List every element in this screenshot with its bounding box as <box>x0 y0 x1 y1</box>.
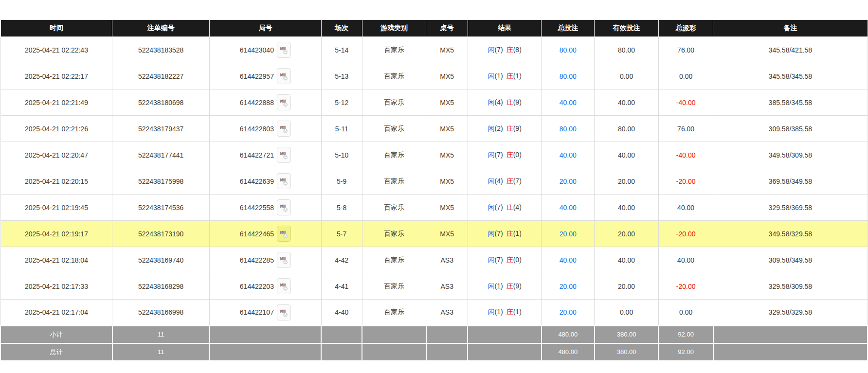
bet-records-page: 时间注单编号局号场次游戏类别桌号结果总投注有效投注总派彩备注 2025-04-2… <box>0 0 868 361</box>
result-player-label: 闲 <box>488 177 495 185</box>
video-replay-icon <box>279 176 289 186</box>
column-header-bet-id: 注单编号 <box>112 20 210 37</box>
valid-bet-cell: 40.00 <box>595 89 659 116</box>
column-header-table-no: 桌号 <box>426 20 468 37</box>
table-row[interactable]: 2025-04-21 02:21:26 522438179437 6144228… <box>0 116 868 142</box>
column-header-result: 结果 <box>468 20 541 37</box>
result-player-label: 闲 <box>488 124 495 132</box>
result-cell: 闲(4)庄(9) <box>468 89 541 116</box>
video-replay-icon <box>279 150 289 160</box>
summary-valid-bet-cell: 380.00 <box>595 326 659 343</box>
total-payout-cell: 0.00 <box>658 300 713 326</box>
total-bet-cell: 20.00 <box>542 273 595 300</box>
round-no-cell: 614422803 <box>209 116 321 142</box>
table-row[interactable]: 2025-04-21 02:17:33 522438168298 6144222… <box>0 273 868 300</box>
game-type-cell: 百家乐 <box>362 273 426 300</box>
video-replay-button[interactable] <box>277 94 291 110</box>
table-summary: 小计 11 480.00 380.00 92.00 总计 11 480.00 3… <box>0 326 868 361</box>
summary-label-cell: 总计 <box>0 343 112 361</box>
result-player-label: 闲 <box>488 230 495 237</box>
valid-bet-cell: 40.00 <box>595 247 659 273</box>
result-player-score: (4) <box>495 177 503 185</box>
video-replay-button[interactable] <box>277 68 291 84</box>
result-banker-score: (9) <box>513 98 522 106</box>
result-player-score: (1) <box>495 282 503 290</box>
table-no-cell: AS3 <box>426 273 468 300</box>
summary-empty-cell <box>321 343 362 361</box>
summary-empty-cell <box>426 343 468 361</box>
result-cell: 闲(7)庄(0) <box>468 142 541 168</box>
table-no-cell: AS3 <box>426 247 468 273</box>
result-player-label: 闲 <box>488 308 495 316</box>
game-type-cell: 百家乐 <box>362 116 426 142</box>
remark-cell: 329.58/369.58 <box>713 195 868 221</box>
summary-total-payout-cell: 92.00 <box>658 343 713 361</box>
result-player-score: (2) <box>495 124 503 132</box>
time-cell: 2025-04-21 02:20:47 <box>0 142 112 168</box>
session-cell: 5-10 <box>321 142 362 168</box>
result-player-score: (7) <box>495 203 503 211</box>
total-bet-cell: 20.00 <box>542 300 595 326</box>
bet-id-cell: 522438182227 <box>112 63 210 89</box>
total-bet-cell: 40.00 <box>542 142 595 168</box>
session-cell: 4-40 <box>321 300 362 326</box>
result-cell: 闲(1)庄(9) <box>468 273 541 300</box>
session-cell: 5-12 <box>321 89 362 116</box>
result-player-label: 闲 <box>488 151 495 159</box>
round-no-cell: 614423040 <box>209 37 321 63</box>
table-no-cell: MX5 <box>426 195 468 221</box>
summary-total-payout-cell: 92.00 <box>658 326 713 343</box>
round-no-cell: 614422285 <box>209 247 321 273</box>
table-row[interactable]: 2025-04-21 02:22:17 522438182227 6144229… <box>0 63 868 89</box>
video-replay-button[interactable] <box>277 121 291 137</box>
video-replay-button[interactable] <box>277 226 291 242</box>
video-replay-button[interactable] <box>277 199 291 215</box>
bet-id-cell: 522438180698 <box>112 89 210 116</box>
result-banker-score: (1) <box>513 72 522 80</box>
table-row[interactable]: 2025-04-21 02:20:15 522438175998 6144226… <box>0 168 868 195</box>
video-replay-button[interactable] <box>277 42 291 58</box>
valid-bet-cell: 20.00 <box>595 273 659 300</box>
total-payout-cell: 0.00 <box>658 63 713 89</box>
bet-id-cell: 522438183528 <box>112 37 210 63</box>
game-type-cell: 百家乐 <box>362 247 426 273</box>
table-row[interactable]: 2025-04-21 02:20:47 522438177441 6144227… <box>0 142 868 168</box>
table-row[interactable]: 2025-04-21 02:17:04 522438166998 6144221… <box>0 300 868 326</box>
video-replay-button[interactable] <box>277 173 291 189</box>
result-player-label: 闲 <box>488 72 495 80</box>
video-replay-icon <box>279 97 289 107</box>
bet-id-cell: 522438177441 <box>112 142 210 168</box>
round-no-cell: 614422721 <box>209 142 321 168</box>
total-payout-cell: 40.00 <box>658 247 713 273</box>
column-header-valid-bet: 有效投注 <box>595 20 659 37</box>
video-replay-button[interactable] <box>277 147 291 163</box>
valid-bet-cell: 20.00 <box>595 221 659 247</box>
table-no-cell: MX5 <box>426 63 468 89</box>
table-row[interactable]: 2025-04-21 02:22:43 522438183528 6144230… <box>0 37 868 63</box>
video-replay-button[interactable] <box>277 252 291 268</box>
result-banker-label: 庄 <box>506 230 513 237</box>
total-bet-cell: 40.00 <box>542 89 595 116</box>
session-cell: 5-7 <box>321 221 362 247</box>
result-cell: 闲(7)庄(4) <box>468 195 541 221</box>
table-row[interactable]: 2025-04-21 02:19:17 522438173190 6144224… <box>0 221 868 247</box>
time-cell: 2025-04-21 02:19:17 <box>0 221 112 247</box>
video-replay-icon <box>279 202 289 213</box>
table-row[interactable]: 2025-04-21 02:21:49 522438180698 6144228… <box>0 89 868 116</box>
column-header-remark: 备注 <box>713 20 868 37</box>
video-replay-icon <box>279 71 289 81</box>
summary-total-bet-cell: 480.00 <box>542 343 595 361</box>
summary-empty-cell <box>321 326 362 343</box>
table-row[interactable]: 2025-04-21 02:18:04 522438169740 6144222… <box>0 247 868 273</box>
round-no-value: 614422721 <box>240 151 274 159</box>
result-banker-label: 庄 <box>506 124 513 132</box>
result-player-label: 闲 <box>488 203 495 211</box>
result-cell: 闲(1)庄(1) <box>468 300 541 326</box>
table-no-cell: MX5 <box>426 142 468 168</box>
video-replay-button[interactable] <box>277 304 291 320</box>
table-row[interactable]: 2025-04-21 02:19:45 522438174536 6144225… <box>0 195 868 221</box>
video-replay-button[interactable] <box>277 278 291 294</box>
bet-id-cell: 522438175998 <box>112 168 210 195</box>
summary-valid-bet-cell: 380.00 <box>595 343 659 361</box>
column-header-time: 时间 <box>0 20 112 37</box>
